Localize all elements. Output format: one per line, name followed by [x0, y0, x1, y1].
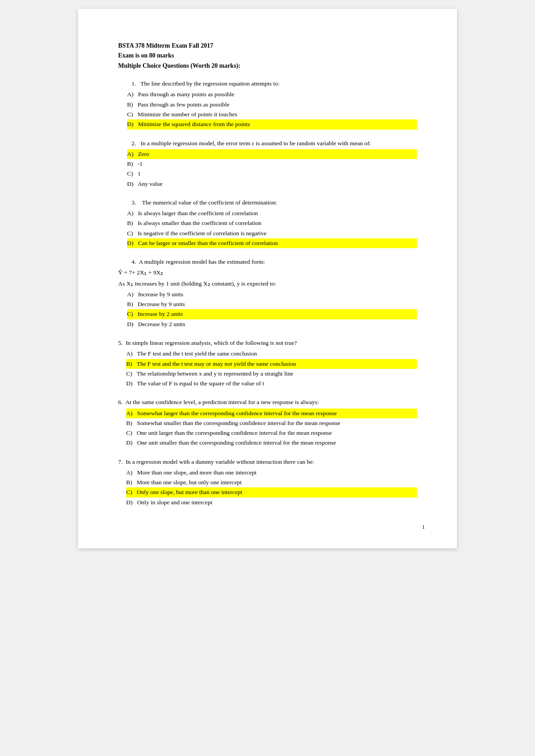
- q5-option-a: A) The F test and the t test yield the s…: [126, 349, 417, 359]
- q7-option-b-text: More than one slope, but only one interc…: [137, 479, 242, 486]
- q1-option-d: D) Minimize the squared distance from th…: [127, 119, 417, 129]
- question-7-text: 7. In a regression model with a dummy va…: [118, 457, 417, 467]
- q3-option-a: A) Is always larger than the coefficient…: [127, 208, 417, 218]
- q2-option-c: C) 1: [127, 169, 417, 179]
- q3-option-c: C) Is negative if the coefficient of cor…: [127, 229, 417, 238]
- q3-number: 3.: [132, 199, 140, 206]
- q6-option-b: B) Somewhat smaller than the correspondi…: [126, 418, 417, 428]
- q4-option-d-label: D): [127, 321, 136, 327]
- q6-option-c: C) One unit larger than the correspondin…: [126, 428, 417, 438]
- question-4-text: 4. A multiple regression model has the e…: [132, 257, 417, 267]
- q2-option-a-label: A): [127, 151, 136, 157]
- question-6: 6. At the same confidence level, a predi…: [118, 397, 417, 448]
- q6-option-b-label: B): [126, 420, 135, 426]
- q3-option-b: B) Is always smaller than the coefficien…: [127, 218, 417, 228]
- q4-body: A multiple regression model has the esti…: [139, 258, 265, 265]
- q5-option-c: C) The relationship between x and y is r…: [126, 369, 417, 379]
- q6-option-c-label: C): [126, 429, 135, 436]
- q2-option-d-text: Any value: [138, 180, 163, 187]
- q7-option-b-label: B): [126, 479, 135, 486]
- q1-option-b-label: B): [127, 101, 136, 108]
- page: BSTA 378 Midterm Exam Fall 2017 Exam is …: [78, 9, 457, 548]
- q1-body: The line described by the regression equ…: [140, 80, 280, 87]
- question-5: 5. In simple linear regression analysis,…: [118, 338, 417, 388]
- q2-option-a-text: Zero: [138, 151, 149, 157]
- q4-option-d-text: Decrease by 2 units: [138, 321, 185, 327]
- q3-option-a-text: Is always larger than the coefficient of…: [138, 210, 258, 217]
- q2-option-d-label: D): [127, 180, 136, 187]
- q5-body: In simple linear regression analysis, wh…: [126, 339, 297, 346]
- q7-body: In a regression model with a dummy varia…: [126, 458, 314, 465]
- question-5-text: 5. In simple linear regression analysis,…: [118, 338, 417, 348]
- page-number: 1: [422, 523, 425, 531]
- q4-subtext: As X₁ increases by 1 unit (holding X₂ co…: [118, 279, 417, 289]
- question-7: 7. In a regression model with a dummy va…: [118, 457, 417, 507]
- q6-option-d-label: D): [126, 439, 136, 446]
- q1-option-a-label: A): [127, 91, 136, 98]
- q2-option-c-label: C): [127, 170, 136, 177]
- q4-number: 4.: [132, 258, 138, 265]
- q5-option-d: D) The value of F is equal to the square…: [126, 379, 417, 388]
- question-1: 1. The line described by the regression …: [118, 79, 417, 129]
- q2-option-c-text: 1: [138, 170, 141, 177]
- q5-option-c-text: The relationship between x and y is repr…: [136, 370, 293, 377]
- question-6-text: 6. At the same confidence level, a predi…: [118, 397, 417, 407]
- q3-option-d-text: Can be larger or smaller than the coeffi…: [138, 240, 278, 246]
- q2-option-a: A) Zero: [127, 149, 417, 159]
- q5-option-a-text: The F test and the t test yield the same…: [137, 350, 257, 357]
- q3-option-c-label: C): [127, 230, 136, 237]
- q6-option-a-text: Somewhat larger than the corresponding c…: [137, 410, 337, 417]
- q7-option-d-label: D): [126, 499, 136, 506]
- q4-option-c: C) Increase by 2 units: [127, 309, 417, 319]
- question-1-text: 1. The line described by the regression …: [132, 79, 417, 89]
- q1-option-b-text: Pass through as few points as possible: [138, 101, 230, 108]
- question-4: 4. A multiple regression model has the e…: [118, 257, 417, 329]
- q6-option-d-text: One unit smaller than the corresponding …: [137, 439, 336, 446]
- q1-option-d-text: Minimize the squared distance from the p…: [138, 121, 250, 127]
- q3-option-b-text: Is always smaller than the coefficient o…: [138, 220, 262, 226]
- header-title-line1: BSTA 378 Midterm Exam Fall 2017: [118, 41, 417, 51]
- q5-number: 5.: [118, 339, 124, 346]
- q2-body: In a multiple regression model, the erro…: [140, 140, 371, 147]
- q2-option-b-text: -1: [138, 160, 143, 167]
- content: 1. The line described by the regression …: [118, 79, 417, 507]
- question-2: 2. In a multiple regression model, the e…: [118, 139, 417, 189]
- q2-number: 2.: [132, 140, 139, 147]
- q7-option-a: A) More than one slope, and more than on…: [126, 468, 417, 478]
- q5-option-d-text: The value of F is equal to the square of…: [137, 380, 264, 387]
- q1-option-d-label: D): [127, 121, 136, 127]
- q5-option-a-label: A): [126, 350, 136, 357]
- q7-option-c-text: Only one slope, but more than one interc…: [137, 489, 243, 495]
- q4-option-b-text: Decrease by 9 units: [138, 301, 185, 307]
- section-title: Multiple Choice Questions (Worth 20 mark…: [118, 61, 417, 71]
- q6-option-a-label: A): [126, 410, 136, 417]
- q4-option-c-label: C): [127, 311, 136, 317]
- q6-option-b-text: Somewhat smaller than the corresponding …: [137, 420, 341, 426]
- header-title-line2: Exam is on 80 marks: [118, 51, 417, 61]
- q4-formula: Ŷ = 7+ 2X₁ + 9X₂: [118, 268, 417, 278]
- q6-option-d: D) One unit smaller than the correspondi…: [126, 438, 417, 448]
- q1-option-c: C) Minimize the number of points it touc…: [127, 110, 417, 119]
- q3-option-d: D) Can be larger or smaller than the coe…: [127, 238, 417, 248]
- q7-option-c: C) Only one slope, but more than one int…: [126, 487, 417, 497]
- q1-number: 1.: [132, 80, 139, 87]
- q3-option-b-label: B): [127, 220, 136, 226]
- q5-option-c-label: C): [126, 370, 135, 377]
- q2-option-d: D) Any value: [127, 179, 417, 189]
- q1-option-a: A) Pass through as many points as possib…: [127, 90, 417, 99]
- q3-body: The numerical value of the coefficient o…: [142, 199, 277, 206]
- q4-option-d: D) Decrease by 2 units: [127, 319, 417, 329]
- q1-option-c-text: Minimize the number of points it touches: [138, 111, 237, 118]
- q4-option-b-label: B): [127, 301, 136, 307]
- q7-option-d: D) Only in slope and one intercept: [126, 498, 417, 507]
- question-2-text: 2. In a multiple regression model, the e…: [132, 139, 417, 148]
- q5-option-b-text: The F test and the t test may or may not…: [136, 360, 296, 367]
- q7-option-b: B) More than one slope, but only one int…: [126, 478, 417, 487]
- q7-option-d-text: Only in slope and one intercept: [137, 499, 212, 506]
- q6-number: 6.: [118, 399, 124, 405]
- q3-option-c-text: Is negative if the coefficient of correl…: [138, 230, 267, 237]
- q4-option-c-text: Increase by 2 units: [138, 311, 183, 317]
- q4-option-a: A) Increase by 9 units: [127, 290, 417, 299]
- q5-option-b-label: B): [126, 360, 135, 367]
- q4-option-a-text: Increase by 9 units: [138, 291, 183, 298]
